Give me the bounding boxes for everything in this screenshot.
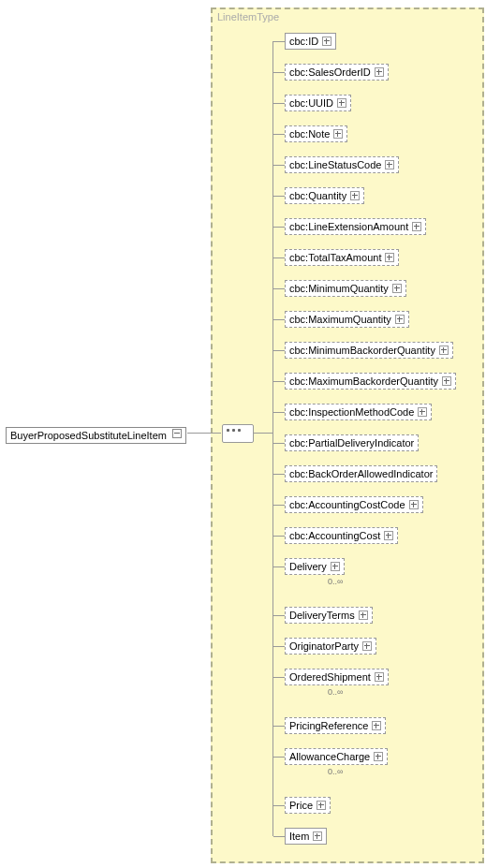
element-box[interactable]: cbc:AccountingCostCode [285, 496, 423, 513]
schema-element[interactable]: cbc:InspectionMethodCode [273, 404, 432, 420]
expand-icon[interactable] [372, 721, 381, 730]
expand-icon[interactable] [384, 531, 393, 540]
element-box[interactable]: cbc:BackOrderAllowedIndicator [285, 465, 437, 482]
schema-element[interactable]: Delivery [273, 558, 345, 575]
element-label: Delivery [289, 559, 327, 574]
schema-element[interactable]: cbc:LineStatusCode [273, 156, 399, 173]
connector [273, 165, 285, 166]
element-label: cbc:AccountingCostCode [289, 497, 405, 512]
element-label: OrderedShipment [289, 669, 371, 684]
connector [273, 381, 285, 382]
schema-element[interactable]: DeliveryTerms [273, 607, 373, 624]
schema-element[interactable]: cbc:SalesOrderID [273, 64, 389, 81]
expand-icon[interactable] [412, 222, 421, 231]
schema-element[interactable]: PricingReference [273, 717, 386, 734]
element-label: cbc:ID [289, 34, 318, 49]
element-label: cbc:LineExtensionAmount [289, 219, 408, 234]
cardinality-label: 0..∞ [328, 687, 343, 697]
element-box[interactable]: cbc:Note [285, 125, 347, 142]
schema-element[interactable]: Price [273, 797, 331, 814]
expand-icon[interactable] [385, 160, 394, 169]
element-box[interactable]: cbc:UUID [285, 95, 351, 111]
schema-element[interactable]: cbc:ID [273, 33, 336, 50]
element-label: AllowanceCharge [289, 749, 370, 764]
expand-icon[interactable] [418, 407, 427, 417]
connector [273, 227, 285, 228]
expand-icon[interactable] [439, 346, 449, 355]
schema-element[interactable]: cbc:LineExtensionAmount [273, 218, 426, 235]
element-box[interactable]: cbc:LineStatusCode [285, 156, 399, 173]
expand-icon[interactable] [442, 376, 451, 386]
element-label: cbc:MaximumQuantity [289, 312, 391, 327]
element-box[interactable]: cbc:Quantity [285, 187, 364, 204]
element-box[interactable]: OrderedShipment [285, 669, 389, 685]
expand-icon[interactable] [317, 801, 326, 810]
type-label: LineItemType [217, 11, 279, 22]
element-box[interactable]: Item [285, 828, 327, 845]
schema-element[interactable]: cbc:AccountingCostCode [273, 496, 423, 513]
expand-icon[interactable] [333, 129, 343, 139]
schema-element[interactable]: OrderedShipment [273, 669, 389, 685]
element-box[interactable]: cbc:MaximumQuantity [285, 311, 409, 328]
element-box[interactable]: cbc:InspectionMethodCode [285, 404, 432, 420]
schema-element[interactable]: cbc:BackOrderAllowedIndicator [273, 465, 437, 482]
expand-icon[interactable] [395, 315, 405, 324]
connector [273, 615, 285, 616]
schema-element[interactable]: cbc:PartialDeliveryIndicator [273, 434, 419, 451]
connector [273, 805, 285, 806]
element-box[interactable]: AllowanceCharge [285, 748, 388, 765]
cardinality-label: 0..∞ [328, 767, 343, 776]
element-box[interactable]: cbc:AccountingCost [285, 527, 398, 544]
schema-element[interactable]: cbc:MaximumBackorderQuantity [273, 373, 456, 390]
expand-icon[interactable] [322, 37, 331, 46]
schema-element[interactable]: OriginatorParty [273, 638, 376, 655]
element-box[interactable]: OriginatorParty [285, 638, 376, 655]
element-box[interactable]: cbc:LineExtensionAmount [285, 218, 426, 235]
expand-icon[interactable] [350, 191, 360, 200]
schema-element[interactable]: cbc:UUID [273, 95, 351, 111]
element-box[interactable]: cbc:MinimumBackorderQuantity [285, 342, 453, 359]
schema-element[interactable]: cbc:Note [273, 125, 347, 142]
element-label: cbc:SalesOrderID [289, 65, 371, 80]
schema-element[interactable]: cbc:TotalTaxAmount [273, 249, 399, 266]
expand-icon[interactable] [375, 67, 384, 77]
expand-icon[interactable] [313, 831, 322, 841]
connector [273, 646, 285, 647]
connector [273, 757, 285, 758]
expand-icon[interactable] [359, 611, 368, 620]
element-label: cbc:MinimumBackorderQuantity [289, 343, 435, 358]
schema-element[interactable]: cbc:Quantity [273, 187, 364, 204]
element-box[interactable]: cbc:MaximumBackorderQuantity [285, 373, 456, 390]
schema-element[interactable]: AllowanceCharge [273, 748, 388, 765]
element-box[interactable]: cbc:TotalTaxAmount [285, 249, 399, 266]
sequence-icon[interactable] [222, 424, 254, 443]
element-box[interactable]: DeliveryTerms [285, 607, 373, 624]
expand-icon[interactable] [374, 752, 383, 761]
element-label: cbc:Note [289, 126, 330, 141]
expand-icon[interactable] [331, 562, 340, 571]
element-label: cbc:PartialDeliveryIndicator [289, 435, 414, 450]
element-box[interactable]: cbc:PartialDeliveryIndicator [285, 434, 419, 451]
element-label: Price [289, 798, 313, 813]
schema-element[interactable]: cbc:MinimumQuantity [273, 280, 406, 297]
expand-icon[interactable] [337, 98, 346, 108]
element-box[interactable]: cbc:SalesOrderID [285, 64, 389, 81]
schema-element[interactable]: Item [273, 828, 327, 845]
schema-element[interactable]: cbc:MaximumQuantity [273, 311, 409, 328]
element-box[interactable]: cbc:MinimumQuantity [285, 280, 406, 297]
expand-icon[interactable] [392, 284, 402, 293]
connector [273, 677, 285, 678]
expand-icon[interactable] [375, 672, 384, 682]
schema-element[interactable]: cbc:MinimumBackorderQuantity [273, 342, 453, 359]
expand-icon[interactable] [409, 500, 419, 509]
element-box[interactable]: Price [285, 797, 331, 814]
collapse-icon[interactable] [172, 429, 182, 438]
expand-icon[interactable] [385, 253, 394, 262]
schema-element[interactable]: cbc:AccountingCost [273, 527, 398, 544]
expand-icon[interactable] [362, 641, 372, 651]
element-box[interactable]: cbc:ID [285, 33, 336, 50]
element-box[interactable]: PricingReference [285, 717, 386, 734]
element-box[interactable]: Delivery [285, 558, 345, 575]
connector [273, 41, 285, 42]
root-element[interactable]: BuyerProposedSubstituteLineItem [6, 427, 186, 444]
